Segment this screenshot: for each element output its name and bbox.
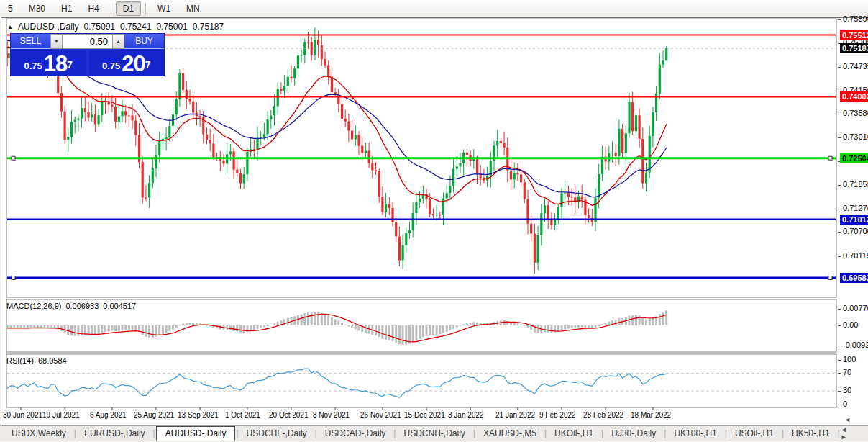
rsi-axis-label: 0 [843, 400, 847, 408]
axis-tick [838, 309, 841, 310]
symbol-tab-usdcnh-[interactable]: USDCNH-,Daily [396, 427, 472, 440]
time-axis-label: 9 Feb 2022 [539, 411, 576, 419]
time-axis-label: 21 Jan 2022 [495, 411, 535, 419]
price-axis-label: 0.71855 [843, 180, 868, 189]
timeframe-button-d1[interactable]: D1 [116, 1, 141, 16]
tab-separator: | [74, 428, 76, 438]
price-level-badge: 0.74002 [840, 91, 868, 102]
sell-price-display[interactable]: 0.75 18 7 [11, 50, 86, 76]
symbol-tab-eurusd-[interactable]: EURUSD-,Daily [77, 427, 152, 440]
axis-tick [838, 360, 841, 361]
axis-tick [838, 405, 841, 405]
chart-canvas[interactable] [1, 18, 867, 424]
time-axis-label: 8 Nov 2021 [313, 411, 350, 419]
time-axis-label: 1 Oct 2021 [225, 411, 260, 419]
time-axis-label: 26 Nov 2021 [360, 411, 401, 419]
macd-axis-label: -0.009265 [843, 340, 868, 349]
price-axis-label: 0.73580 [843, 109, 868, 117]
timeframe-button-w1[interactable]: W1 [150, 1, 178, 16]
axis-tick [838, 19, 841, 20]
toolbar-separator [111, 3, 111, 14]
sell-price-big: 18 [44, 54, 67, 74]
axis-tick [838, 391, 841, 392]
timeframe-button-m30[interactable]: M30 [22, 1, 52, 16]
tab-separator: | [725, 428, 727, 438]
symbol-tab-uk100-[interactable]: UK100-,H1 [667, 427, 723, 440]
symbol-tabbar: USDX,Weekly|EURUSD-,Daily|AUDUSD-,Daily|… [0, 425, 868, 441]
time-axis-label: 3 Jan 2022 [448, 411, 484, 419]
sell-button[interactable]: SELL [11, 34, 50, 49]
time-axis-label: 6 Aug 2021 [90, 411, 127, 419]
price-level-badge: 0.69582 [840, 273, 868, 283]
macd-axis-label: 0.00 [843, 320, 858, 329]
buy-price-display[interactable]: 0.75 20 7 [89, 50, 165, 76]
tab-separator: | [393, 428, 396, 438]
timeframe-button-5[interactable]: 5 [1, 1, 20, 16]
price-axis-label: 0.73010 [843, 132, 868, 141]
collapse-triangle-icon[interactable]: ▲ [7, 24, 13, 30]
sell-price-sup: 7 [67, 50, 73, 79]
symbol-tab-hk50-[interactable]: HK50-,H1 [785, 427, 837, 440]
sell-price-small: 0.75 [24, 58, 42, 74]
axis-tick [838, 114, 841, 114]
symbol-tab-xauusd-[interactable]: XAUUSD-,M5 [476, 427, 544, 440]
tab-separator: | [601, 428, 603, 438]
buy-price-sup: 7 [145, 50, 151, 79]
axis-tick [838, 346, 841, 346]
symbol-tab-usdchf-[interactable]: USDCHF-,Daily [239, 427, 314, 440]
tab-separator: | [315, 428, 317, 438]
rsi-axis-label: 70 [843, 368, 851, 376]
volume-input[interactable]: 0.50 [63, 34, 112, 49]
quote-line: ▲ AUDUSD-,Daily 0.75091 0.75241 0.75001 … [7, 22, 224, 32]
axis-tick [838, 209, 841, 209]
axis-tick [838, 137, 841, 138]
rsi-label: RSI(14) 68.0584 [6, 356, 67, 365]
time-axis-label: 18 Mar 2022 [631, 411, 671, 419]
buy-button[interactable]: BUY [124, 34, 164, 49]
tab-separator: | [473, 428, 475, 438]
quote-symbol: AUDUSD-,Daily [18, 22, 79, 32]
time-axis-label: 13 Sep 2021 [178, 411, 219, 419]
symbol-tab-ukoil-[interactable]: UKOil-,H1 [547, 427, 600, 440]
time-axis-label: 30 Jun 2021 [3, 411, 42, 419]
macd-label: MACD(12,26,9) 0.006933 0.004517 [6, 302, 136, 310]
quote-close: 0.75187 [193, 22, 224, 32]
symbol-tab-usdx[interactable]: USDX,Weekly [4, 427, 73, 440]
symbol-tab-usdcad-[interactable]: USDCAD-,Daily [318, 427, 393, 440]
timeframe-toolbar: 5M30H1H4D1W1MN [0, 0, 868, 17]
current-price-badge: 0.75187 [840, 43, 868, 53]
axis-tick [838, 67, 841, 68]
tab-separator: | [664, 428, 666, 438]
timeframe-button-mn[interactable]: MN [179, 1, 207, 16]
symbol-tab-usoil-[interactable]: USOil-,H1 [728, 427, 781, 440]
axis-tick [838, 256, 841, 257]
trading-app: 5M30H1H4D1W1MN ▲ AUDUSD-,Daily 0.75091 0… [0, 0, 868, 442]
time-axis-label: 20 Oct 2021 [269, 411, 308, 419]
timeframe-button-h4[interactable]: H4 [81, 1, 106, 16]
timeframe-button-h1[interactable]: H1 [54, 1, 79, 16]
tab-separator: | [236, 428, 238, 438]
time-axis-label: 15 Dec 2021 [404, 411, 445, 419]
time-axis-label: 28 Feb 2022 [583, 411, 623, 419]
rsi-axis-label: 30 [843, 386, 851, 394]
symbol-tab-audusd-[interactable]: AUDUSD-,Daily [156, 426, 236, 441]
volume-increase-button[interactable]: ▲ [112, 34, 124, 49]
axis-tick [838, 373, 841, 374]
rsi-axis-label: 100 [843, 355, 856, 364]
axis-tick [838, 232, 841, 233]
tabbar-scroll-arrows[interactable]: ◄ ► [841, 426, 865, 441]
price-level-badge: 0.72504 [840, 153, 868, 163]
price-axis-label: 0.75890 [843, 14, 868, 23]
price-axis-label: 0.74735 [843, 62, 868, 71]
price-axis-label: 0.70700 [843, 227, 868, 235]
price-level-badge: 0.75512 [840, 30, 868, 40]
price-axis-label: 0.71270 [843, 204, 868, 212]
macd-axis-label: 0.007704 [843, 304, 868, 312]
volume-decrease-button[interactable]: ▼ [50, 34, 63, 49]
symbol-tab-dj30-[interactable]: DJ30-,Daily [604, 427, 663, 440]
toolbar-separator [145, 3, 146, 14]
tab-separator: | [838, 428, 840, 438]
axis-tick [838, 185, 841, 186]
chart-window: ▲ AUDUSD-,Daily 0.75091 0.75241 0.75001 … [1, 17, 868, 426]
axis-tick [838, 325, 841, 326]
